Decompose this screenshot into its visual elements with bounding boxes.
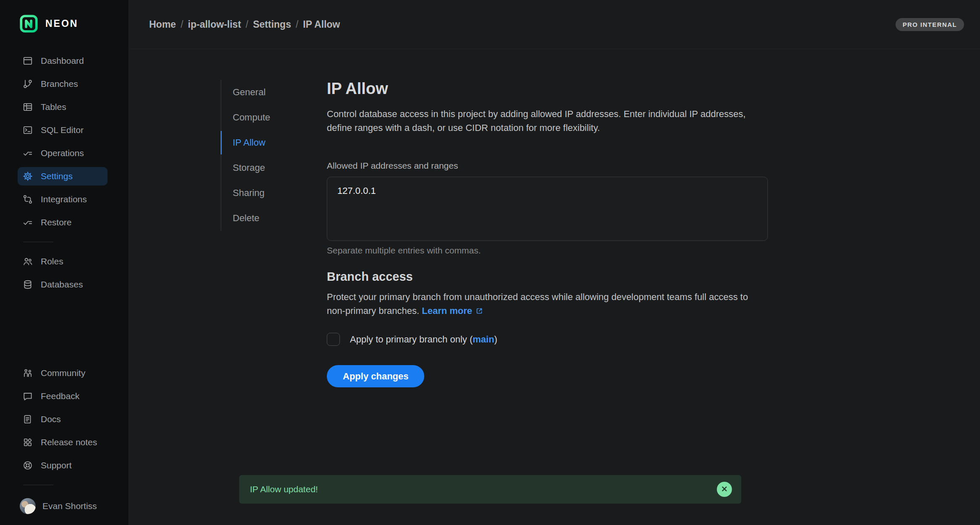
sidebar-nav-main: DashboardBranchesTablesSQL EditorOperati…: [0, 52, 129, 294]
branches-icon: [22, 78, 33, 89]
main-branch-link[interactable]: main: [473, 334, 494, 345]
sidebar-item-label: Operations: [41, 148, 84, 158]
settings-tab-general[interactable]: General: [221, 80, 327, 105]
sidebar-divider: [23, 242, 53, 242]
sidebar-item-label: Tables: [41, 102, 66, 112]
breadcrumb-ip-allow-list[interactable]: ip-allow-list: [188, 19, 241, 30]
page-title: IP Allow: [327, 80, 768, 98]
tables-icon: [22, 102, 33, 112]
ip-allow-panel: IP Allow Control database access in this…: [327, 80, 768, 387]
sidebar-item-docs[interactable]: Docs: [18, 410, 108, 428]
sidebar-item-roles[interactable]: Roles: [18, 252, 108, 271]
breadcrumb-separator: /: [296, 19, 298, 30]
checkbox-label-prefix: Apply to primary branch only (: [350, 334, 473, 345]
toast-message: IP Allow updated!: [250, 484, 318, 494]
roles-icon: [22, 256, 33, 267]
ip-allow-description: Control database access in this project …: [327, 107, 754, 135]
sidebar-nav-bottom: CommunityFeedbackDocsRelease notesSuppor…: [0, 364, 129, 491]
sidebar-item-operations[interactable]: Operations: [18, 144, 108, 162]
sidebar: NEON DashboardBranchesTablesSQL EditorOp…: [0, 0, 129, 525]
settings-tab-delete[interactable]: Delete: [221, 206, 327, 231]
branch-access-title: Branch access: [327, 270, 768, 284]
community-icon: [22, 368, 33, 379]
primary-branch-only-row: Apply to primary branch only (main): [327, 333, 768, 346]
ip-addresses-input[interactable]: 127.0.0.1: [327, 177, 768, 241]
settings-tab-storage[interactable]: Storage: [221, 155, 327, 180]
user-name: Evan Shortiss: [42, 501, 97, 511]
ip-field-helper: Separate multiple entries with commas.: [327, 246, 768, 256]
breadcrumb: Home/ip-allow-list/Settings/IP Allow: [149, 19, 340, 30]
breadcrumb-ip-allow[interactable]: IP Allow: [303, 19, 340, 30]
user-menu[interactable]: Evan Shortiss: [0, 491, 129, 514]
sidebar-item-label: Community: [41, 368, 85, 378]
sidebar-item-sql-editor[interactable]: SQL Editor: [18, 121, 108, 139]
neon-console: { "brand": { "wordmark": "NEON" }, "colo…: [0, 0, 980, 525]
sql-editor-icon: [22, 125, 33, 136]
plan-badge: PRO INTERNAL: [896, 18, 964, 31]
sidebar-item-label: Databases: [41, 279, 83, 290]
sidebar-item-branches[interactable]: Branches: [18, 75, 108, 93]
settings-tab-sharing[interactable]: Sharing: [221, 180, 327, 206]
sidebar-item-label: Feedback: [41, 391, 79, 401]
sidebar-item-databases[interactable]: Databases: [18, 275, 108, 294]
sidebar-item-label: Branches: [41, 79, 78, 89]
learn-more-link[interactable]: Learn more: [422, 306, 483, 316]
primary-branch-only-checkbox[interactable]: [327, 333, 340, 346]
ip-field-label: Allowed IP addresses and ranges: [327, 161, 768, 171]
sidebar-item-release-notes[interactable]: Release notes: [18, 433, 108, 452]
sidebar-item-restore[interactable]: Restore: [18, 213, 108, 232]
branch-access-text: Protect your primary branch from unautho…: [327, 292, 748, 316]
sidebar-item-community[interactable]: Community: [18, 364, 108, 382]
main-area: Home/ip-allow-list/Settings/IP Allow PRO…: [129, 0, 980, 525]
sidebar-item-dashboard[interactable]: Dashboard: [18, 52, 108, 70]
integrations-icon: [22, 194, 33, 205]
breadcrumb-settings[interactable]: Settings: [253, 19, 291, 30]
neon-logo-icon: [19, 14, 38, 33]
settings-page: GeneralComputeIP AllowStorageSharingDele…: [129, 49, 980, 525]
settings-tab-compute[interactable]: Compute: [221, 105, 327, 130]
toast-close-button[interactable]: [717, 482, 732, 497]
sidebar-item-label: Release notes: [41, 437, 97, 447]
sidebar-item-label: Dashboard: [41, 56, 84, 66]
sidebar-item-label: Settings: [41, 171, 73, 181]
sidebar-item-label: SQL Editor: [41, 125, 84, 135]
breadcrumb-home[interactable]: Home: [149, 19, 176, 30]
breadcrumb-separator: /: [246, 19, 248, 30]
support-icon: [22, 460, 33, 471]
branch-access-description: Protect your primary branch from unautho…: [327, 290, 754, 318]
breadcrumb-separator: /: [181, 19, 183, 30]
sidebar-item-integrations[interactable]: Integrations: [18, 190, 108, 209]
feedback-icon: [22, 391, 33, 402]
close-icon: [721, 486, 728, 494]
release-notes-icon: [22, 437, 33, 448]
sidebar-item-tables[interactable]: Tables: [18, 98, 108, 116]
settings-tab-ip-allow[interactable]: IP Allow: [221, 130, 327, 155]
success-toast: IP Allow updated!: [239, 475, 741, 504]
sidebar-item-label: Support: [41, 460, 72, 470]
external-link-icon: [475, 305, 483, 313]
settings-icon: [22, 171, 33, 182]
apply-changes-button[interactable]: Apply changes: [327, 365, 424, 387]
brand[interactable]: NEON: [0, 0, 129, 33]
sidebar-divider: [23, 485, 53, 485]
databases-icon: [22, 279, 33, 290]
sidebar-item-support[interactable]: Support: [18, 456, 108, 475]
restore-icon: [22, 217, 33, 228]
brand-wordmark: NEON: [45, 18, 78, 29]
sidebar-item-feedback[interactable]: Feedback: [18, 387, 108, 405]
sidebar-item-label: Docs: [41, 414, 61, 424]
avatar: [20, 498, 36, 514]
learn-more-label: Learn more: [422, 306, 472, 316]
settings-subnav: GeneralComputeIP AllowStorageSharingDele…: [221, 80, 327, 231]
sidebar-item-label: Roles: [41, 256, 63, 266]
dashboard-icon: [22, 55, 33, 66]
top-bar: Home/ip-allow-list/Settings/IP Allow PRO…: [129, 0, 980, 49]
sidebar-item-label: Integrations: [41, 194, 87, 204]
primary-branch-only-label: Apply to primary branch only (main): [350, 334, 497, 345]
sidebar-item-label: Restore: [41, 217, 72, 227]
docs-icon: [22, 414, 33, 425]
operations-icon: [22, 148, 33, 159]
sidebar-item-settings[interactable]: Settings: [18, 167, 108, 185]
checkbox-label-suffix: ): [494, 334, 497, 345]
